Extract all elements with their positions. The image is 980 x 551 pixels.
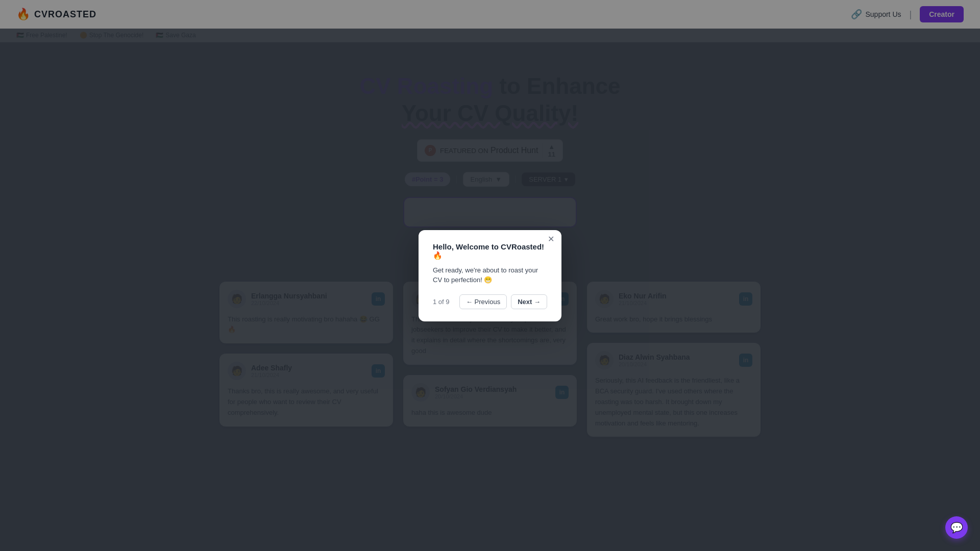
chat-widget[interactable]: 💬 [945, 516, 968, 539]
modal-description: Get ready, we're about to roast your CV … [433, 265, 547, 285]
modal-title: Hello, Welcome to CVRoasted! 🔥 [433, 242, 547, 260]
chat-widget-icon: 💬 [950, 521, 963, 534]
modal-actions: ← Previous Next → [459, 294, 547, 309]
modal-prev-button[interactable]: ← Previous [459, 294, 507, 309]
modal-next-button[interactable]: Next → [511, 294, 547, 309]
modal-overlay: ✕ Hello, Welcome to CVRoasted! 🔥 Get rea… [0, 0, 980, 551]
welcome-modal: ✕ Hello, Welcome to CVRoasted! 🔥 Get rea… [419, 230, 561, 321]
modal-close-button[interactable]: ✕ [548, 235, 554, 243]
modal-counter: 1 of 9 [433, 298, 450, 306]
modal-footer: 1 of 9 ← Previous Next → [433, 294, 547, 309]
